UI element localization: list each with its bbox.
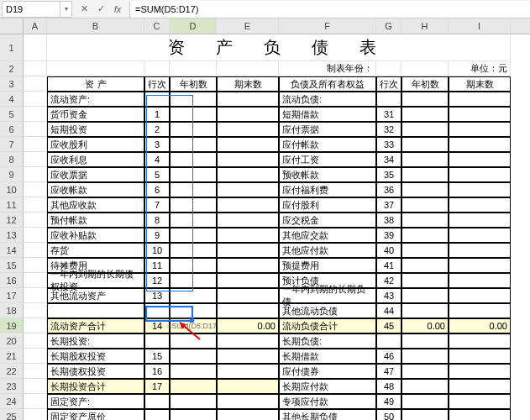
cell[interactable] [401, 364, 449, 379]
cell[interactable] [401, 107, 449, 122]
cell[interactable] [401, 349, 449, 364]
cell[interactable] [401, 137, 449, 152]
cell[interactable] [217, 409, 279, 420]
cell[interactable] [217, 122, 279, 137]
cell[interactable] [449, 409, 511, 420]
cell[interactable] [217, 349, 279, 364]
cell[interactable] [217, 333, 279, 349]
cell[interactable]: 0.00 [449, 318, 511, 333]
cell[interactable] [401, 379, 449, 394]
formula-input[interactable] [129, 1, 530, 18]
row-header[interactable]: 18 [0, 303, 24, 318]
cell[interactable] [24, 288, 47, 303]
cell[interactable] [170, 228, 217, 243]
cell[interactable] [170, 122, 217, 137]
cell[interactable] [401, 197, 449, 213]
row-header[interactable]: 3 [0, 76, 24, 92]
cell[interactable] [449, 92, 511, 107]
cell[interactable] [170, 303, 217, 318]
cell[interactable]: 应付帐款 [279, 137, 376, 152]
cell[interactable]: 应付福利费 [279, 182, 376, 197]
cell[interactable]: 其他应收款 [47, 197, 144, 213]
cell[interactable]: 应付股利 [279, 197, 376, 213]
cell[interactable] [144, 303, 170, 318]
name-box[interactable] [2, 1, 60, 18]
cell[interactable] [24, 137, 47, 152]
cell[interactable]: 一年内到期的长期债权投资 [47, 273, 144, 288]
row-header[interactable]: 17 [0, 288, 24, 303]
cell[interactable] [449, 228, 511, 243]
cell[interactable] [24, 364, 47, 379]
row-header[interactable]: 2 [0, 61, 24, 76]
cell[interactable]: 其他长期负债 [279, 409, 376, 420]
cell[interactable]: 其他应付款 [279, 243, 376, 258]
cell[interactable] [144, 333, 170, 349]
cell[interactable] [449, 379, 511, 394]
col-header-C[interactable]: C [144, 18, 170, 34]
fx-icon[interactable]: fx [111, 3, 124, 16]
cell[interactable] [170, 137, 217, 152]
cell[interactable] [170, 107, 217, 122]
cell[interactable] [217, 303, 279, 318]
col-header-D[interactable]: D [170, 18, 217, 34]
cell[interactable]: 17 [144, 379, 170, 394]
cell[interactable] [144, 394, 170, 409]
select-all-corner[interactable] [0, 18, 24, 34]
cell[interactable] [24, 213, 47, 228]
cell[interactable]: 2 [144, 122, 170, 137]
cell[interactable] [24, 349, 47, 364]
cell[interactable]: 固定资产: [47, 394, 144, 409]
cell[interactable] [449, 182, 511, 197]
cell[interactable] [449, 288, 511, 303]
cell[interactable] [449, 137, 511, 152]
cell[interactable] [217, 273, 279, 288]
cell[interactable]: 预付帐款 [47, 213, 144, 228]
cell[interactable]: 应收帐款 [47, 182, 144, 197]
row-header[interactable]: 12 [0, 213, 24, 228]
accept-formula-icon[interactable]: ✓ [94, 3, 108, 16]
cell[interactable]: 长期股权投资 [47, 349, 144, 364]
row-header[interactable]: 4 [0, 92, 24, 107]
col-header-E[interactable]: E [217, 18, 279, 34]
cell[interactable] [401, 409, 449, 420]
cell[interactable]: 5 [144, 167, 170, 182]
cell[interactable] [401, 213, 449, 228]
cell[interactable] [24, 107, 47, 122]
cell[interactable]: 年初数 [170, 76, 217, 92]
cell[interactable] [217, 152, 279, 167]
cell[interactable]: 长期投资: [47, 333, 144, 349]
cell[interactable]: 42 [376, 273, 401, 288]
name-box-dropdown[interactable]: ▾ [60, 1, 72, 18]
cell[interactable]: 年初数 [401, 76, 449, 92]
cell[interactable]: 32 [376, 122, 401, 137]
cell[interactable] [449, 152, 511, 167]
cell[interactable] [401, 258, 449, 273]
cell[interactable] [24, 394, 47, 409]
cell[interactable]: 15 [144, 349, 170, 364]
row-header[interactable]: 13 [0, 228, 24, 243]
cell[interactable]: 14 [144, 318, 170, 333]
cell[interactable] [217, 228, 279, 243]
cell[interactable] [170, 258, 217, 273]
cell[interactable] [170, 349, 217, 364]
cell[interactable]: 货币资金 [47, 107, 144, 122]
row-header[interactable]: 24 [0, 394, 24, 409]
cell[interactable] [24, 152, 47, 167]
cell[interactable] [449, 349, 511, 364]
cell[interactable]: 流动资产合计 [47, 318, 144, 333]
cell[interactable]: 应收股利 [47, 137, 144, 152]
cell[interactable] [376, 92, 401, 107]
cell[interactable]: 长期债权投资 [47, 364, 144, 379]
cell[interactable]: 48 [376, 379, 401, 394]
cell[interactable] [217, 288, 279, 303]
cell[interactable] [170, 379, 217, 394]
row-header[interactable]: 14 [0, 243, 24, 258]
cell[interactable]: 期末数 [449, 76, 511, 92]
cell[interactable]: 45 [376, 318, 401, 333]
cell[interactable] [401, 273, 449, 288]
cell[interactable] [401, 394, 449, 409]
cell[interactable] [170, 197, 217, 213]
row-header[interactable]: 9 [0, 167, 24, 182]
cell[interactable]: 34 [376, 152, 401, 167]
cell[interactable] [217, 92, 279, 107]
